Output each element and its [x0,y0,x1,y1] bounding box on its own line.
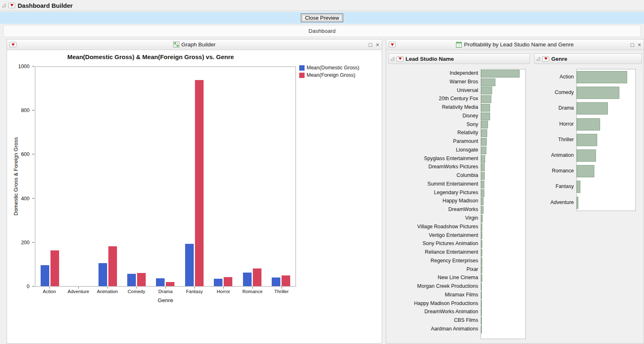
filter-row-label[interactable]: Virgin [388,214,481,222]
filter-bar[interactable] [481,189,484,197]
filter-bar[interactable] [481,266,482,273]
filter-bar[interactable] [481,129,487,137]
filter-row-label[interactable]: Happy Madison [388,197,481,205]
chart-bar[interactable] [185,244,194,286]
red-triangle-menu-button[interactable] [542,56,549,62]
filter-bar[interactable] [481,197,484,205]
filter-row-label[interactable]: Miramax Films [388,291,481,299]
filter-bar[interactable] [481,95,491,103]
dashboard-tab[interactable]: Dashboard [3,25,641,37]
filter-bar[interactable] [481,70,520,78]
filter-row-label[interactable]: Disney [388,112,481,120]
filter-row-label[interactable]: Warner Bros [388,78,481,86]
filter-bar[interactable] [481,215,483,222]
filter-bar[interactable] [481,121,488,128]
filter-row-label[interactable]: Pixar [388,265,481,274]
filter-row-label[interactable]: Village Roadshow Pictures [388,222,481,231]
filter-row-label[interactable]: DreamWorks [388,205,481,214]
disclosure-triangle-icon[interactable] [2,2,6,9]
filter-bar[interactable] [481,223,482,231]
filter-row-label[interactable]: Drama [534,100,576,116]
filter-row-label[interactable]: Independent [388,69,481,78]
filter-bar[interactable] [481,78,495,86]
filter-bar[interactable] [577,165,594,177]
filter-bar[interactable] [481,308,482,316]
filter-row-label[interactable]: Sony [388,120,481,129]
filter-row-label[interactable]: CBS Films [388,316,481,325]
filter-row-label[interactable]: Happy Madison Productions [388,299,481,308]
filter-bar[interactable] [481,147,486,154]
filter-row-label[interactable]: Reliance Entertainment [388,248,481,257]
chart-bar[interactable] [214,279,222,286]
filter-row-label[interactable]: Adventure [534,195,576,210]
chart-bar[interactable] [243,273,252,286]
chart-bar[interactable] [282,275,290,286]
chart-bar[interactable] [99,263,107,286]
filter-row-label[interactable]: Universal [388,86,481,95]
filter-bar[interactable] [481,104,490,112]
filter-bar[interactable] [481,112,490,120]
chart-bar[interactable] [166,282,174,286]
filter-bar[interactable] [481,257,482,265]
filter-bar[interactable] [481,163,485,171]
filter-row-label[interactable]: 20th Century Fox [388,94,481,103]
filter-row-label[interactable]: Comedy [534,85,576,100]
filter-bar[interactable] [577,197,578,209]
filter-row-label[interactable]: Fantasy [534,179,576,194]
red-triangle-menu-button[interactable] [389,42,396,47]
chart-bar[interactable] [195,80,204,286]
filter-row-label[interactable]: DreamWorks Animation [388,307,481,316]
filter-row-label[interactable]: New Line Cinema [388,273,481,282]
filter-bar[interactable] [481,87,492,94]
filter-row-label[interactable]: Relativity [388,128,481,137]
filter-row-label[interactable]: Morgan Creek Productions [388,282,481,291]
disclosure-triangle-icon[interactable] [536,56,540,62]
filter-bar[interactable] [481,172,485,180]
filter-bar[interactable] [577,102,608,115]
chart-bar[interactable] [127,274,136,286]
chart-bar[interactable] [50,250,59,286]
filter-row-label[interactable]: Thriller [534,132,576,147]
filter-row-label[interactable]: Summit Entertainment [388,180,481,188]
close-preview-button[interactable]: Close Preview [301,14,343,22]
filter-bar[interactable] [481,291,482,299]
filter-row-label[interactable]: Legendary Pictures [388,188,481,197]
filter-row-label[interactable]: Sony Pictures Animation [388,239,481,248]
panel-splitter[interactable] [382,39,386,344]
maximize-icon[interactable]: □ [369,42,372,48]
close-icon[interactable]: × [638,42,641,48]
chart-bar[interactable] [137,273,146,286]
filter-bar[interactable] [481,155,485,163]
filter-row-label[interactable]: Regency Enterprises [388,257,481,265]
filter-row-label[interactable]: Animation [534,147,576,163]
filter-bar[interactable] [481,240,482,248]
chart-bar[interactable] [156,278,165,286]
filter-row-label[interactable]: Spyglass Entertainment [388,154,481,163]
chart-bar[interactable] [108,246,117,286]
filter-bar[interactable] [481,232,482,239]
red-triangle-menu-button[interactable] [8,3,15,8]
filter-bar[interactable] [481,300,482,308]
filter-bar[interactable] [481,326,482,333]
filter-row-label[interactable]: Vertigo Entertainment [388,231,481,240]
filter-row-label[interactable]: Action [534,69,576,85]
filter-bar[interactable] [481,283,482,291]
maximize-icon[interactable]: □ [630,42,634,48]
filter-row-label[interactable]: Aardman Animations [388,325,481,333]
chart-bar[interactable] [253,268,261,286]
filter-bar[interactable] [577,134,597,146]
disclosure-triangle-icon[interactable] [390,56,394,62]
filter-bar[interactable] [481,138,487,146]
red-triangle-menu-button[interactable] [396,56,403,62]
filter-row-label[interactable]: Columbia [388,171,481,180]
filter-bar[interactable] [577,71,627,83]
filter-row-label[interactable]: DreamWorks Pictures [388,163,481,171]
filter-bar[interactable] [481,317,482,325]
chart-bar[interactable] [224,277,232,286]
filter-bar[interactable] [577,149,596,162]
red-triangle-menu-button[interactable] [9,42,16,47]
filter-bar[interactable] [481,274,482,282]
filter-bar[interactable] [481,181,484,188]
filter-row-label[interactable]: Paramount [388,137,481,146]
filter-bar[interactable] [577,118,600,131]
